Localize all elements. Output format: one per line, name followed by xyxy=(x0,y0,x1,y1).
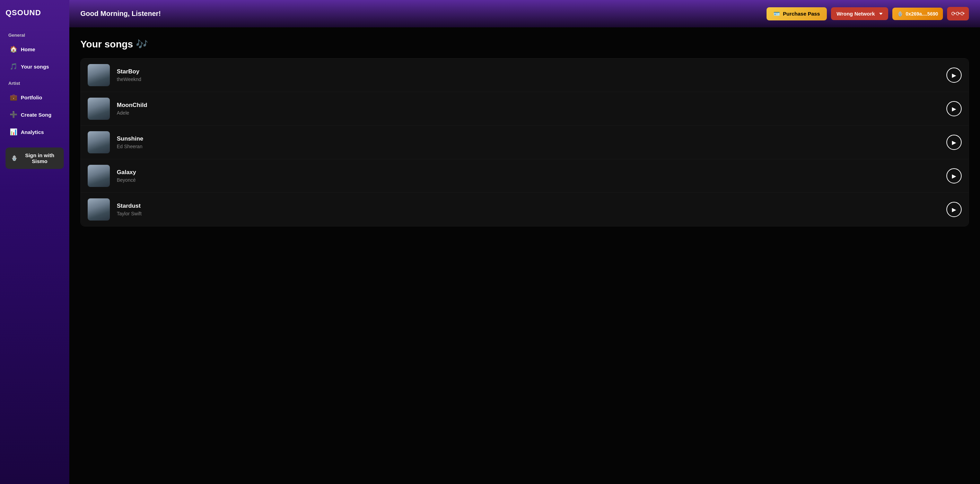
page-title-text: Your songs xyxy=(80,39,133,50)
song-thumbnail xyxy=(88,198,110,221)
purchase-pass-button[interactable]: 🪪 Purchase Pass xyxy=(767,7,827,21)
song-item[interactable]: Sunshine Ed Sheeran ▶ xyxy=(81,126,969,159)
sidebar: QSOUND General 🏠 Home 🎵 Your songs Artis… xyxy=(0,0,69,484)
sidebar-item-portfolio-label: Portfolio xyxy=(21,95,42,100)
play-button[interactable]: ▶ xyxy=(947,135,962,150)
song-list: StarBoy theWeeknd ▶ MoonChild Adele ▶ Su… xyxy=(80,58,969,227)
song-thumbnail xyxy=(88,165,110,187)
song-info: MoonChild Adele xyxy=(117,102,947,116)
song-artist: Adele xyxy=(117,110,947,116)
song-info: Stardust Taylor Swift xyxy=(117,203,947,216)
analytics-icon: 📊 xyxy=(10,128,17,136)
sidebar-section-general: General xyxy=(6,33,64,38)
purchase-pass-label: Purchase Pass xyxy=(783,11,820,17)
sign-in-label: Sign in with Sismo xyxy=(21,152,58,164)
song-title: StarBoy xyxy=(117,68,947,75)
page-title: Your songs 🎶 xyxy=(80,38,969,50)
song-item[interactable]: StarBoy theWeeknd ▶ xyxy=(81,59,969,92)
sidebar-section-artist: Artist xyxy=(6,81,64,86)
song-title: Sunshine xyxy=(117,135,947,142)
wallet-button[interactable]: 🪬 0x269a....5690 xyxy=(892,8,943,20)
play-button[interactable]: ▶ xyxy=(947,101,962,116)
portfolio-icon: 💼 xyxy=(10,94,17,101)
header: Good Morning, Listener! 🪪 Purchase Pass … xyxy=(69,0,980,27)
song-artist: theWeeknd xyxy=(117,76,947,82)
sismo-icon: 🪬 xyxy=(11,155,18,161)
sidebar-item-your-songs[interactable]: 🎵 Your songs xyxy=(6,59,64,74)
song-info: StarBoy theWeeknd xyxy=(117,68,947,82)
song-artist: Beyoncé xyxy=(117,177,947,183)
sidebar-item-your-songs-label: Your songs xyxy=(21,64,49,70)
song-artist: Taylor Swift xyxy=(117,211,947,216)
song-item[interactable]: Stardust Taylor Swift ▶ xyxy=(81,193,969,226)
sidebar-item-home-label: Home xyxy=(21,46,35,52)
music-note-icon: 🎵 xyxy=(10,63,17,70)
song-title: Galaxy xyxy=(117,169,947,176)
settings-icon: ⟳⟳⟳ xyxy=(951,11,965,17)
song-item[interactable]: MoonChild Adele ▶ xyxy=(81,92,969,126)
main-area: Good Morning, Listener! 🪪 Purchase Pass … xyxy=(69,0,980,484)
settings-button[interactable]: ⟳⟳⟳ xyxy=(947,7,969,21)
play-button[interactable]: ▶ xyxy=(947,168,962,184)
home-icon: 🏠 xyxy=(10,45,17,53)
music-emoji: 🎶 xyxy=(136,38,148,50)
wrong-network-button[interactable]: Wrong Network xyxy=(831,7,888,20)
sidebar-item-analytics[interactable]: 📊 Analytics xyxy=(6,125,64,139)
app-logo: QSOUND xyxy=(6,8,64,17)
header-actions: 🪪 Purchase Pass Wrong Network 🪬 0x269a..… xyxy=(767,7,969,21)
wallet-icon: 🪬 xyxy=(897,11,903,17)
wallet-address: 0x269a....5690 xyxy=(906,11,938,17)
song-item[interactable]: Galaxy Beyoncé ▶ xyxy=(81,159,969,193)
play-button[interactable]: ▶ xyxy=(947,202,962,217)
sidebar-item-create-song[interactable]: ➕ Create Song xyxy=(6,107,64,122)
song-thumbnail xyxy=(88,131,110,153)
pass-icon: 🪪 xyxy=(773,11,780,17)
sidebar-item-home[interactable]: 🏠 Home xyxy=(6,42,64,56)
chevron-down-icon xyxy=(879,13,883,15)
play-button[interactable]: ▶ xyxy=(947,68,962,83)
sidebar-item-portfolio[interactable]: 💼 Portfolio xyxy=(6,90,64,105)
content-area: Your songs 🎶 StarBoy theWeeknd ▶ MoonChi… xyxy=(69,27,980,484)
song-artist: Ed Sheeran xyxy=(117,144,947,149)
add-icon: ➕ xyxy=(10,111,17,118)
song-thumbnail xyxy=(88,98,110,120)
wrong-network-label: Wrong Network xyxy=(837,11,875,17)
greeting-text: Good Morning, Listener! xyxy=(80,10,161,17)
sidebar-item-analytics-label: Analytics xyxy=(21,129,44,135)
sidebar-item-create-song-label: Create Song xyxy=(21,112,51,118)
song-thumbnail xyxy=(88,64,110,86)
song-title: Stardust xyxy=(117,203,947,209)
song-info: Sunshine Ed Sheeran xyxy=(117,135,947,149)
song-info: Galaxy Beyoncé xyxy=(117,169,947,183)
sign-in-button[interactable]: 🪬 Sign in with Sismo xyxy=(6,148,64,169)
song-title: MoonChild xyxy=(117,102,947,109)
